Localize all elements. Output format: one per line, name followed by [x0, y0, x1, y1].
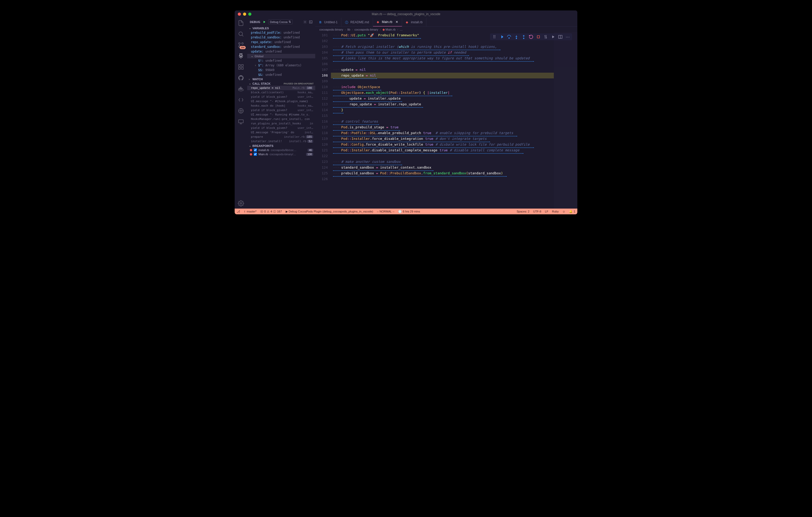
problems-indicator[interactable]: ⓧ0 ⚠4 ⓘ167 — [260, 210, 282, 214]
code-line[interactable]: ····# then pass them to our installer to… — [331, 50, 554, 55]
code-line[interactable]: ········update = installer.update — [331, 96, 554, 101]
stop-icon[interactable] — [536, 34, 541, 39]
callstack-frame[interactable]: hooks.each do |hook|hooks_ma… — [247, 103, 315, 108]
watch-section[interactable]: ›WATCH — [247, 77, 315, 81]
debug-target[interactable]: ▶Debug CocoaPods Plugin (debug_cocoapods… — [286, 210, 373, 213]
line-number[interactable]: 123 — [315, 159, 328, 165]
code-line[interactable] — [331, 176, 554, 182]
callstack-frame[interactable]: HooksManager.run(:pre_install, con — [247, 117, 315, 121]
variable-item[interactable]: prebuild_podfile: undefined — [251, 30, 315, 35]
code[interactable]: ····Pod::UI.puts "🚀 Prebuild frameworks"… — [331, 32, 554, 209]
explorer-icon[interactable] — [238, 20, 244, 26]
line-number[interactable]: 116 — [315, 119, 328, 124]
split-icon[interactable] — [558, 34, 563, 39]
debug-console-icon[interactable] — [309, 20, 313, 24]
line-number[interactable]: 102 — [315, 38, 328, 44]
breadcrumb-item[interactable]: ◆ Main.rb — [382, 28, 396, 31]
code-line[interactable]: ····# Fetch original installer (which is… — [331, 44, 554, 50]
callstack-frame[interactable]: yield if block_given?user_int… — [247, 108, 315, 112]
breakpoint-checkbox[interactable] — [254, 153, 257, 156]
breadcrumb-item[interactable]: cocoapods-binary — [354, 28, 378, 31]
global-item[interactable]: $&: undefined — [255, 72, 315, 77]
breadcrumb[interactable]: cocoapods-binary›lib›cocoapods-binary›◆ … — [315, 27, 577, 32]
code-line[interactable]: ····repo_update = nil — [331, 73, 554, 79]
code-line[interactable]: ········repo_update = installer.repo_upd… — [331, 101, 554, 107]
code-line[interactable]: ····# make another custom sandbox — [331, 159, 554, 165]
drag-handle-icon[interactable]: ⠿ — [492, 34, 497, 39]
code-line[interactable]: ····Pod::Installer.force_disable_integra… — [331, 136, 554, 142]
code-line[interactable] — [331, 153, 554, 159]
restart-icon[interactable] — [529, 34, 533, 39]
feedback-icon[interactable]: ☺ — [562, 210, 565, 213]
settings-icon[interactable] — [238, 200, 244, 207]
close-tab-icon[interactable]: ✕ — [396, 20, 398, 24]
more-icon[interactable]: ⋯ — [565, 34, 570, 39]
breadcrumb-item[interactable]: cocoapods-binary — [319, 28, 343, 31]
callstack-frame[interactable]: installer.install!install.rb52 — [247, 139, 315, 144]
tab[interactable]: 🗎Untitled-1 — [315, 18, 341, 26]
callstack-frame[interactable]: UI.message 'Preparing' doinst… — [247, 130, 315, 134]
line-number[interactable]: 118 — [315, 130, 328, 136]
debug-icon[interactable] — [238, 53, 244, 59]
maximize-icon[interactable] — [248, 12, 252, 16]
line-number[interactable]: 105 — [315, 55, 328, 61]
callstack-frame[interactable]: UI.message "- Running #{name.to_s. — [247, 112, 315, 117]
minimap[interactable] — [554, 32, 577, 209]
tab[interactable]: ◆install.rb — [402, 18, 427, 26]
debug-config-select[interactable]: Debug Cocoa ⇅ — [268, 19, 293, 24]
callstack-frame[interactable]: UI.message "- #{hook.plugin_name} — [247, 99, 315, 103]
callstack-frame[interactable]: yield if block_given?user_int… — [247, 126, 315, 130]
breakpoints-section[interactable]: ⌄BREAKPOINTS — [247, 144, 315, 148]
language[interactable]: Ruby — [552, 210, 559, 213]
notifications[interactable]: 🔔1 — [569, 210, 575, 213]
code-line[interactable]: ····update = nil — [331, 67, 554, 73]
gutter[interactable]: 101102103104105106107▷108109110111112113… — [315, 32, 331, 209]
line-number[interactable]: 110 — [315, 84, 328, 90]
line-number[interactable]: 106 — [315, 61, 328, 67]
callstack-frame[interactable]: repo_update = nilMain.rb108 — [247, 86, 315, 90]
code-line[interactable] — [331, 113, 554, 119]
step-into-icon[interactable] — [514, 34, 519, 39]
global-item[interactable]: › $": Array (680 elements) — [255, 63, 315, 68]
callstack-frame[interactable]: run_plugins_pre_install_hooksin — [247, 121, 315, 126]
variable-item[interactable]: prebuild_sandbox: undefined — [251, 35, 315, 40]
line-number[interactable]: 112 — [315, 96, 328, 101]
global-item[interactable]: $$: 99849 — [255, 68, 315, 72]
line-number[interactable]: 104 — [315, 50, 328, 55]
breakpoint-item[interactable]: Main.rbcocoapods-binary/…108 — [247, 152, 315, 156]
tab[interactable]: ◆Main.rb✕ — [373, 18, 402, 26]
code-line[interactable]: ····Pod::Podfile::DSL.enable_prebuild_pa… — [331, 130, 554, 136]
gitlens-icon[interactable] — [238, 97, 244, 103]
code-line[interactable]: ····standard_sandbox = installer_context… — [331, 165, 554, 171]
line-number[interactable]: 103 — [315, 44, 328, 50]
start-debug-icon[interactable] — [262, 20, 266, 24]
line-number[interactable]: 126 — [315, 176, 328, 182]
line-number[interactable]: 113 — [315, 101, 328, 107]
line-number[interactable]: ▷108 — [315, 73, 328, 79]
code-line[interactable]: ····prebuild_sandbox = Pod::PrebuildSand… — [331, 171, 554, 176]
line-number[interactable]: 125 — [315, 171, 328, 176]
breadcrumb-item[interactable]: … — [400, 28, 403, 31]
variable-item[interactable]: update: undefined — [251, 49, 315, 54]
close-icon[interactable] — [238, 12, 241, 16]
variables-section[interactable]: ⌄VARIABLES — [247, 26, 315, 30]
callstack-frame[interactable]: yield if block_given?user_int… — [247, 95, 315, 99]
extensions-icon[interactable] — [238, 64, 244, 70]
indentation[interactable]: Spaces: 2 — [517, 210, 529, 213]
breakpoint-checkbox[interactable] — [254, 149, 257, 152]
global-item[interactable]: $!: undefined — [255, 58, 315, 63]
line-number[interactable]: 124 — [315, 165, 328, 171]
editor[interactable]: 101102103104105106107▷108109110111112113… — [315, 32, 577, 209]
code-line[interactable]: ····ObjectSpace.each_object(Pod::Install… — [331, 90, 554, 96]
eol[interactable]: LF — [545, 210, 548, 213]
gear-icon[interactable] — [303, 20, 307, 24]
line-number[interactable]: 119 — [315, 136, 328, 142]
compare-icon[interactable] — [543, 34, 548, 39]
clock[interactable]: 🕐6 hrs 29 mins — [398, 210, 420, 213]
callstack-frame[interactable]: prepareinstaller.rb155 — [247, 134, 315, 139]
run-icon[interactable] — [551, 34, 555, 39]
breadcrumb-item[interactable]: lib — [347, 28, 351, 31]
global-scope[interactable]: ⌄Global — [247, 54, 315, 58]
encoding[interactable]: UTF-8 — [533, 210, 541, 213]
line-number[interactable]: 107 — [315, 67, 328, 73]
